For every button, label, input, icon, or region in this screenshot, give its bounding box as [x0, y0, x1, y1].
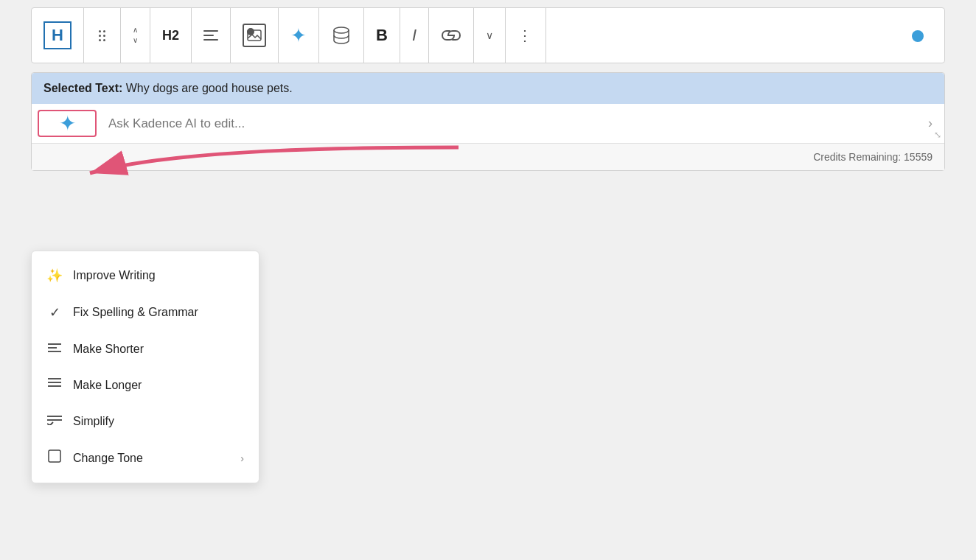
ai-dropdown-menu: ✨ Improve Writing ✓ Fix Spelling & Gramm… [31, 251, 259, 483]
resize-handle[interactable]: ⤡ [934, 130, 941, 140]
make-shorter-label: Make Shorter [73, 343, 244, 356]
improve-writing-icon: ✨ [46, 267, 63, 284]
drag-handle-button[interactable] [84, 8, 121, 63]
make-longer-label: Make Longer [73, 379, 244, 392]
move-arrows-button[interactable]: ∧ ∨ [121, 8, 150, 63]
italic-button[interactable]: I [400, 8, 429, 63]
alignment-button[interactable] [192, 8, 231, 63]
svg-rect-12 [49, 450, 60, 462]
expand-button[interactable]: ∨ [474, 8, 506, 63]
more-options-icon: ⋮ [517, 27, 534, 44]
bold-icon: B [376, 26, 388, 45]
simplify-item[interactable]: Simplify [32, 403, 259, 439]
italic-icon: I [412, 26, 416, 45]
database-button[interactable] [319, 8, 364, 63]
link-icon [441, 28, 461, 43]
make-shorter-item[interactable]: Make Shorter [32, 331, 259, 367]
selected-text-bar: Selected Text: Why dogs are good house p… [32, 73, 944, 104]
h2-label: H2 [162, 28, 179, 43]
fix-spelling-icon: ✓ [46, 304, 63, 321]
chevron-right-icon: › [928, 116, 933, 131]
simplify-label: Simplify [73, 415, 244, 428]
insert-media-icon [243, 24, 266, 47]
ai-icon-button[interactable]: ✦ [38, 110, 97, 137]
credits-remaining: Credits Remaining: 15559 [813, 151, 933, 163]
insert-media-button[interactable] [231, 8, 279, 63]
ai-sparkle-button[interactable]: ✦ [279, 8, 319, 63]
change-tone-label: Change Tone [73, 452, 230, 465]
ai-sparkle-icon: ✦ [59, 111, 76, 136]
svg-rect-0 [248, 30, 261, 41]
make-longer-icon [46, 377, 63, 393]
move-arrows-icon: ∧ ∨ [133, 27, 138, 44]
chevron-down-icon: ∨ [486, 29, 493, 41]
selected-text-content: Why dogs are good house pets. [126, 82, 293, 94]
bold-button[interactable]: B [364, 8, 400, 63]
ai-input[interactable] [102, 104, 916, 143]
improve-writing-item[interactable]: ✨ Improve Writing [32, 257, 259, 294]
svg-point-1 [250, 32, 253, 35]
make-shorter-icon [46, 341, 63, 357]
ai-sparkle-icon: ✦ [290, 24, 307, 47]
svg-point-2 [334, 27, 349, 33]
heading-block-button[interactable]: H [32, 8, 84, 63]
fix-spelling-item[interactable]: ✓ Fix Spelling & Grammar [32, 294, 259, 331]
editor-area: Selected Text: Why dogs are good house p… [31, 72, 945, 171]
selected-text-label: Selected Text: [43, 82, 122, 94]
heading-block-icon: H [43, 21, 72, 49]
drag-handle-icon [96, 27, 108, 44]
h2-selector[interactable]: H2 [150, 8, 192, 63]
status-indicator [912, 30, 924, 42]
main-container: H ∧ ∨ H2 [0, 0, 976, 560]
simplify-icon [46, 413, 63, 429]
alignment-icon [203, 30, 218, 41]
toolbar: H ∧ ∨ H2 [31, 7, 945, 63]
improve-writing-label: Improve Writing [73, 269, 244, 282]
change-tone-arrow-icon: › [240, 452, 244, 464]
credits-bar: Credits Remaining: 15559 [32, 144, 944, 170]
change-tone-item[interactable]: Change Tone › [32, 439, 259, 477]
change-tone-icon [46, 449, 63, 466]
database-icon [331, 25, 352, 46]
fix-spelling-label: Fix Spelling & Grammar [73, 306, 244, 319]
more-options-button[interactable]: ⋮ [506, 8, 546, 63]
ai-input-row: ✦ › ⤡ [32, 104, 944, 144]
link-button[interactable] [429, 8, 474, 63]
make-longer-item[interactable]: Make Longer [32, 367, 259, 403]
